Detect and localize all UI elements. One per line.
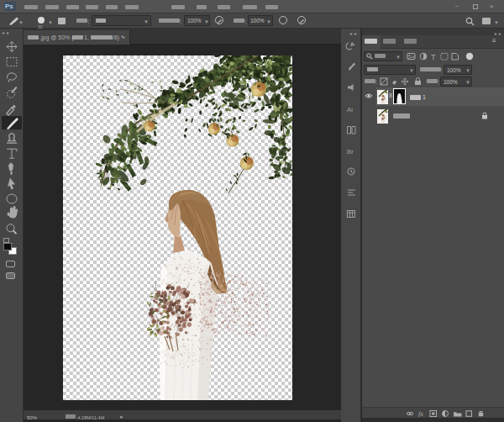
svg-text:Ai: Ai: [347, 106, 353, 113]
svg-text:T: T: [431, 53, 436, 61]
svg-text:fx: fx: [418, 410, 423, 417]
svg-text:Br: Br: [347, 148, 354, 156]
